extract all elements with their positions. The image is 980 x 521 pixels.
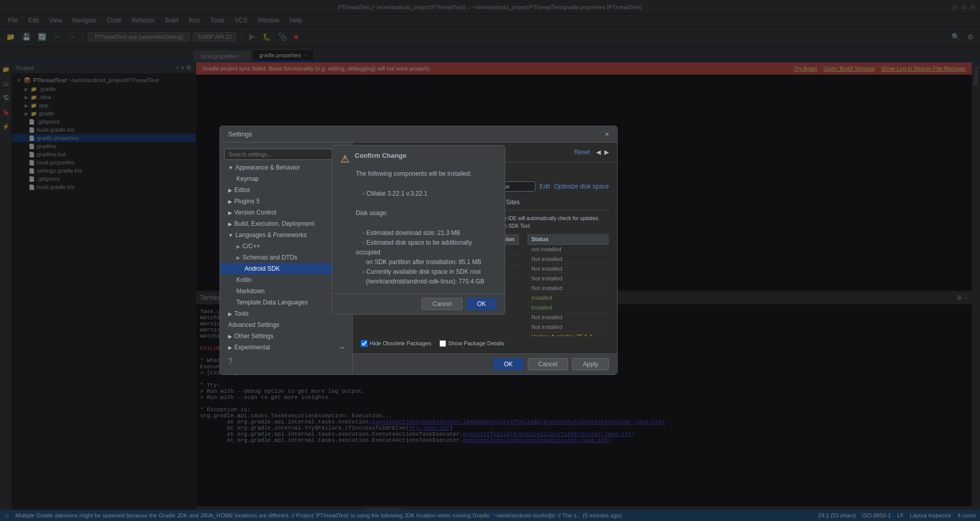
confirm-ok-button[interactable]: OK <box>467 298 497 310</box>
confirm-body: The following components will be install… <box>332 169 505 293</box>
confirm-components-label: The following components will be install… <box>356 169 497 179</box>
confirm-download-size: - Estimated download size: 21.3 MB <box>356 228 497 238</box>
confirm-header: ⚠ Confirm Change <box>332 146 505 169</box>
confirm-title: Confirm Change <box>355 152 406 159</box>
confirm-footer: Cancel OK <box>332 293 505 314</box>
confirm-cancel-button[interactable]: Cancel <box>422 298 462 310</box>
confirm-disk-space: - Estimated disk space to be additionall… <box>356 238 497 257</box>
confirm-modal: ⚠ Confirm Change The following component… <box>332 145 505 314</box>
confirm-disk-label: Disk usage: <box>356 208 497 218</box>
confirm-disk-space2: on SDK partition after installation: 85.… <box>356 257 497 267</box>
confirm-warning-icon: ⚠ <box>340 153 350 165</box>
confirm-available-space: - Currently available disk space in SDK … <box>356 267 497 277</box>
confirm-overlay: ⚠ Confirm Change The following component… <box>0 0 980 521</box>
confirm-cmake-item: - CMake 3.22.1 v.3.22.1 <box>356 189 497 199</box>
confirm-sdk-path: (/work/android/android-sdk-linux): 770.4… <box>356 277 497 287</box>
